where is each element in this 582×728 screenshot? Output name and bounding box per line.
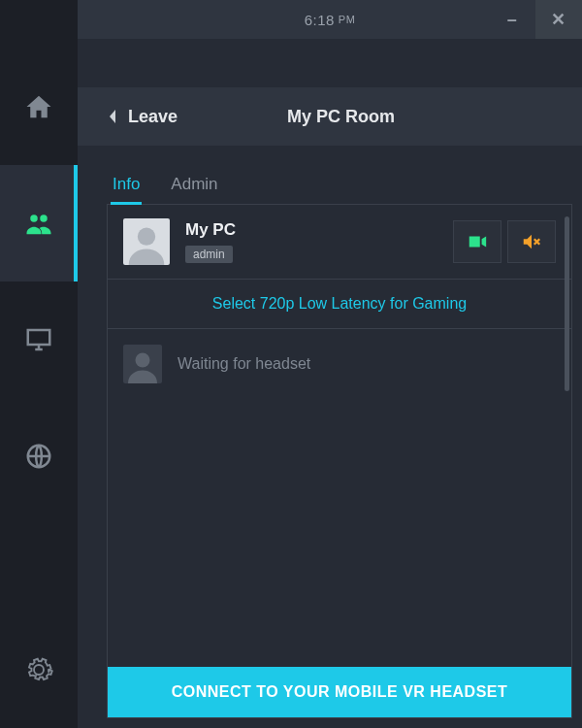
info-panel: My PC admin Select 720p Low Latency for … [107,205,572,718]
titlebar: 6:18 PM – ✕ [78,0,582,39]
tab-info[interactable]: Info [111,175,142,204]
quality-link[interactable]: Select 720p Low Latency for Gaming [108,280,571,329]
sidebar-item-home[interactable] [0,49,78,165]
users-icon [24,209,53,238]
waiting-row: Waiting for headset [108,329,571,399]
connect-button[interactable]: CONNECT TO YOUR MOBILE VR HEADSET [108,667,571,717]
scrollbar-thumb[interactable] [565,216,569,391]
leave-label: Leave [128,107,178,127]
user-row: My PC admin [108,205,571,280]
room-title: My PC Room [178,107,504,127]
close-button[interactable]: ✕ [535,0,582,39]
user-actions [453,220,556,263]
close-icon: ✕ [551,9,566,30]
waiting-text: Waiting for headset [178,355,310,373]
leave-button[interactable]: Leave [107,107,178,127]
home-icon [24,92,53,121]
video-button[interactable] [453,220,501,263]
sidebar-item-globe[interactable] [0,398,78,514]
minimize-icon: – [507,10,518,30]
clock-time: 6:18 [305,12,335,28]
tabs: Info Admin [107,175,572,205]
sidebar-item-users[interactable] [0,165,78,281]
content: Info Admin My PC admin [78,146,582,728]
mute-button[interactable] [507,220,556,263]
minimize-button[interactable]: – [489,0,535,39]
room-header: Leave My PC Room [78,87,582,146]
speaker-muted-icon [521,231,542,252]
user-meta: My PC admin [185,220,236,263]
clock-ampm: PM [339,14,356,25]
avatar [123,218,170,265]
person-icon [125,222,168,265]
user-name: My PC [185,220,236,240]
monitor-icon [24,325,53,354]
chevron-left-icon [107,109,118,124]
video-icon [467,231,488,252]
sidebar [0,0,78,728]
person-icon [125,348,160,383]
gear-icon [24,655,53,684]
svg-point-2 [136,353,150,368]
sidebar-item-monitor[interactable] [0,281,78,398]
svg-point-1 [138,228,155,246]
sidebar-item-settings[interactable] [0,612,78,728]
tab-admin[interactable]: Admin [169,175,219,204]
globe-icon [24,442,53,471]
window-controls: – ✕ [489,0,582,39]
role-badge: admin [185,246,233,263]
header-gap [78,39,582,87]
avatar-placeholder [123,345,162,383]
main: 6:18 PM – ✕ Leave My PC Room Info Admin [78,0,582,728]
